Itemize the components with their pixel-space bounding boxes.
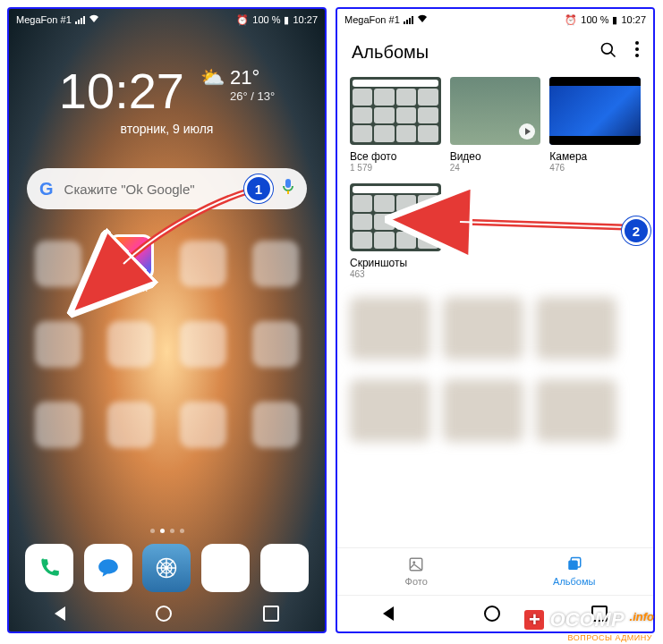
watermark-tld: .info <box>630 610 654 623</box>
svg-point-7 <box>635 47 639 51</box>
app-blurred[interactable] <box>169 386 238 463</box>
album-title: Камера <box>549 150 641 163</box>
svg-rect-11 <box>568 561 578 571</box>
temp-current: 21° <box>230 66 275 89</box>
google-logo-icon: G <box>39 179 54 199</box>
svg-line-5 <box>611 53 616 57</box>
annotation-arrow-1 <box>107 183 259 282</box>
alarm-icon: ⏰ <box>565 14 577 26</box>
annotation-arrow-2 <box>446 208 633 238</box>
dock-messages[interactable] <box>84 544 132 592</box>
phone-gallery-albums: MegaFon #1 ⏰ 100 % ▮ 10:27 Альбомы <box>336 7 655 633</box>
album-screenshots[interactable]: Скриншоты 463 <box>350 183 441 279</box>
album-video[interactable]: Видео 24 <box>450 77 541 173</box>
albums-icon <box>566 556 582 574</box>
nav-home-icon[interactable] <box>484 606 500 622</box>
tab-albums[interactable]: Альбомы <box>496 548 654 595</box>
wifi-icon <box>89 14 99 25</box>
android-navbar <box>9 596 325 631</box>
page-title: Альбомы <box>352 42 429 63</box>
plus-icon: + <box>524 610 544 630</box>
wifi-icon <box>417 14 428 25</box>
app-blurred[interactable] <box>169 306 238 383</box>
weather-icon: ⛅ <box>200 66 225 89</box>
carrier-label: MegaFon #1 <box>344 14 400 25</box>
nav-back-icon[interactable] <box>383 606 394 621</box>
carrier-label: MegaFon #1 <box>16 14 72 25</box>
album-count: 476 <box>549 163 641 173</box>
bottom-tabs: Фото Альбомы <box>337 547 653 595</box>
tab-label: Фото <box>405 576 428 587</box>
nav-back-icon[interactable] <box>55 606 65 621</box>
mic-icon[interactable] <box>282 179 294 199</box>
signal-icon <box>404 16 413 24</box>
photo-icon <box>408 556 424 574</box>
album-thumb <box>549 77 641 145</box>
album-count: 463 <box>350 269 441 279</box>
more-icon[interactable] <box>635 41 639 63</box>
watermark-subtitle: ВОПРОСЫ АДМИНУ <box>567 633 652 642</box>
app-blurred[interactable] <box>242 306 310 383</box>
status-bar: MegaFon #1 ⏰ 100 % ▮ 10:27 <box>337 9 653 30</box>
status-bar: MegaFon #1 ⏰ 100 % ▮ 10:27 <box>9 9 325 30</box>
search-icon[interactable] <box>599 41 617 63</box>
tab-photos[interactable]: Фото <box>337 548 496 595</box>
battery-pct: 100 % <box>252 14 280 25</box>
annotation-badge-2: 2 <box>622 216 650 245</box>
album-count: 24 <box>450 163 541 173</box>
battery-icon: ▮ <box>612 14 617 26</box>
app-blurred[interactable] <box>96 386 165 463</box>
watermark-brand: OCOMP <box>549 608 624 631</box>
battery-icon: ▮ <box>284 14 289 26</box>
dock <box>9 538 325 596</box>
clock-time: 10:27 <box>59 66 184 116</box>
svg-point-6 <box>635 41 639 45</box>
nav-home-icon[interactable] <box>156 606 172 622</box>
svg-point-4 <box>602 44 613 55</box>
gallery-header: Альбомы <box>337 30 653 68</box>
dock-google-folder[interactable] <box>201 544 250 592</box>
status-time: 10:27 <box>621 14 646 25</box>
dock-phone[interactable] <box>25 544 73 592</box>
app-blurred[interactable] <box>23 225 92 302</box>
status-time: 10:27 <box>293 14 318 25</box>
battery-pct: 100 % <box>581 14 608 25</box>
svg-point-8 <box>635 54 639 57</box>
album-count: 1 579 <box>350 163 441 173</box>
svg-point-10 <box>413 561 416 564</box>
annotation-badge-1: 1 <box>244 174 273 203</box>
dock-browser[interactable] <box>142 544 191 592</box>
svg-rect-0 <box>285 179 291 188</box>
other-albums-blurred <box>350 297 641 449</box>
album-grid: Все фото 1 579 Видео 24 Камера 476 <box>337 68 653 288</box>
album-thumb <box>350 77 441 145</box>
tab-label: Альбомы <box>553 576 595 587</box>
album-title: Скриншоты <box>350 257 441 269</box>
app-blurred[interactable] <box>242 386 310 463</box>
app-blurred[interactable] <box>23 306 92 383</box>
album-thumb <box>450 77 541 145</box>
alarm-icon: ⏰ <box>236 14 249 26</box>
signal-icon <box>75 16 85 24</box>
app-label-gallery: Галерея <box>114 284 148 293</box>
album-all-photos[interactable]: Все фото 1 579 <box>350 77 441 173</box>
album-thumb <box>350 183 441 251</box>
nav-recents-icon[interactable] <box>263 606 279 622</box>
app-blurred[interactable] <box>23 386 92 463</box>
album-title: Видео <box>450 150 541 163</box>
date-label: вторник, 9 июля <box>9 122 325 136</box>
watermark: + OCOMP .info <box>524 608 654 631</box>
phone-home-screen: MegaFon #1 ⏰ 100 % ▮ 10:27 10:27 ⛅ 21° 2… <box>7 7 327 633</box>
dock-tools-folder[interactable] <box>260 544 309 592</box>
temp-range: 26° / 13° <box>230 89 275 104</box>
page-indicator <box>9 529 325 533</box>
album-title: Все фото <box>350 150 441 163</box>
clock-weather-widget[interactable]: 10:27 ⛅ 21° 26° / 13° <box>9 66 325 116</box>
album-camera[interactable]: Камера 476 <box>549 77 641 173</box>
app-blurred[interactable] <box>96 306 165 383</box>
